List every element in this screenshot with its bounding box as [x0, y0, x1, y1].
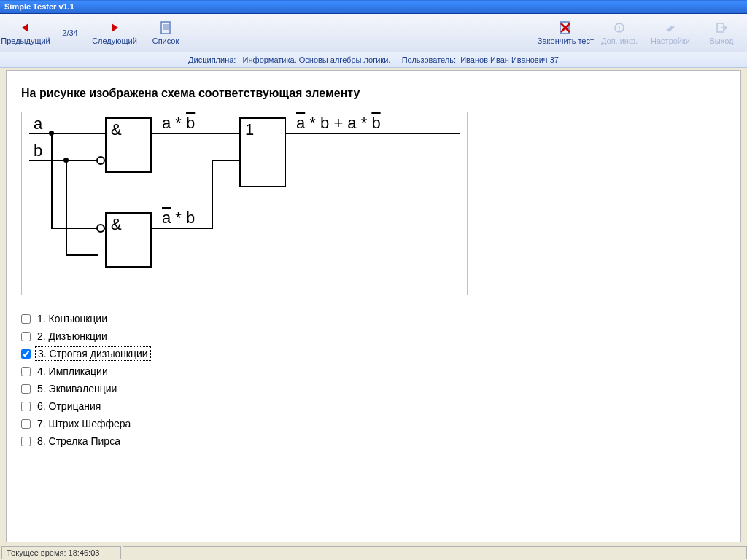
settings-label: Настройки: [651, 36, 690, 45]
toolbar: Предыдущий 2/34 Следующий Список Закончи…: [0, 14, 747, 52]
prev-button[interactable]: Предыдущий: [0, 14, 51, 52]
input-a-label: a: [34, 114, 42, 133]
gate1-symbol: &: [111, 120, 122, 139]
svg-marker-0: [22, 23, 28, 32]
answer-text: 6. Отрицания: [35, 400, 103, 413]
answer-checkbox[interactable]: [21, 314, 31, 324]
answer-option-2[interactable]: 2. Дизъюнкции: [21, 327, 726, 345]
info-icon: i: [612, 20, 627, 35]
answer-text: 1. Конъюнкции: [35, 312, 109, 325]
tools-icon: [663, 20, 678, 35]
info-button: i Доп. инф.: [594, 14, 645, 52]
content-area: На рисунке изображена схема соответствую…: [6, 70, 741, 542]
exit-button: Выход: [696, 14, 747, 52]
answers-list: 1. Конъюнкции2. Дизъюнкции3. Строгая диз…: [21, 310, 726, 450]
question-text: На рисунке изображена схема соответствую…: [21, 87, 726, 100]
answer-text: 7. Штрих Шеффера: [35, 417, 133, 430]
answer-checkbox[interactable]: [21, 384, 31, 394]
answer-checkbox[interactable]: [21, 332, 31, 341]
answer-text: 3. Строгая дизъюнкции: [35, 346, 151, 361]
gate1-output-label: a * b: [162, 114, 195, 133]
info-label: Доп. инф.: [601, 36, 638, 45]
answer-checkbox[interactable]: [21, 349, 31, 359]
discipline-value: Информатика. Основы алгебры логики.: [243, 55, 391, 64]
answer-option-1[interactable]: 1. Конъюнкции: [21, 310, 726, 327]
document-icon: [158, 20, 173, 35]
svg-rect-2: [161, 22, 170, 34]
prev-label: Предыдущий: [1, 36, 50, 45]
settings-button: Настройки: [645, 14, 696, 52]
status-empty: [123, 546, 747, 559]
svg-text:i: i: [619, 24, 621, 32]
user-value: Иванов Иван Иванович 37: [460, 55, 559, 64]
answer-text: 8. Стрелка Пирса: [35, 435, 123, 448]
user-label: Пользователь:: [402, 55, 456, 64]
answer-option-4[interactable]: 4. Импликации: [21, 362, 726, 380]
answer-text: 4. Импликации: [35, 365, 110, 378]
arrow-left-icon: [18, 20, 33, 35]
answer-option-6[interactable]: 6. Отрицания: [21, 397, 726, 415]
answer-text: 5. Эквиваленции: [35, 382, 119, 395]
list-button[interactable]: Список: [140, 14, 191, 52]
question-counter: 2/34: [51, 28, 89, 37]
status-time: Текущее время: 18:46:03: [1, 546, 121, 559]
answer-option-5[interactable]: 5. Эквиваленции: [21, 380, 726, 397]
answer-checkbox[interactable]: [21, 367, 31, 376]
info-bar: Дисциплина: Информатика. Основы алгебры …: [0, 52, 747, 68]
logic-diagram: a b & & a *: [21, 112, 468, 295]
arrow-right-icon: [107, 20, 122, 35]
exit-label: Выход: [710, 36, 734, 45]
finish-icon: [558, 20, 573, 35]
gate2-output-label: a * b: [162, 209, 195, 228]
answer-option-8[interactable]: 8. Стрелка Пирса: [21, 432, 726, 450]
finish-label: Закончить тест: [538, 36, 594, 45]
svg-marker-1: [112, 23, 118, 32]
status-bar: Текущее время: 18:46:03: [0, 545, 747, 560]
answer-option-3[interactable]: 3. Строгая дизъюнкции: [21, 345, 726, 362]
list-label: Список: [152, 36, 179, 45]
gate2-symbol: &: [111, 215, 122, 234]
next-label: Следующий: [92, 36, 137, 45]
answer-checkbox[interactable]: [21, 402, 31, 411]
answer-checkbox[interactable]: [21, 419, 31, 429]
gate3-symbol: 1: [245, 120, 254, 139]
answer-text: 2. Дизъюнкции: [35, 330, 109, 343]
answer-checkbox[interactable]: [21, 437, 31, 446]
window-title: Simple Tester v1.1: [4, 2, 74, 11]
exit-icon: [714, 20, 729, 35]
next-button[interactable]: Следующий: [89, 14, 140, 52]
finish-button[interactable]: Закончить тест: [538, 14, 594, 52]
window-titlebar: Simple Tester v1.1: [0, 0, 747, 14]
answer-option-7[interactable]: 7. Штрих Шеффера: [21, 415, 726, 432]
input-b-label: b: [34, 141, 42, 160]
discipline-label: Дисциплина:: [188, 55, 236, 64]
output-label: a * b + a * b: [296, 114, 381, 133]
